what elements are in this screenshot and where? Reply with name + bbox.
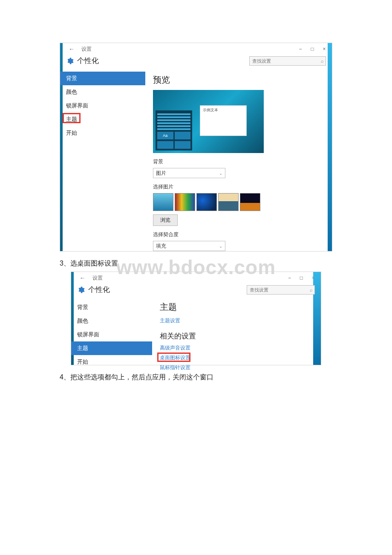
fit-dropdown[interactable]: 填充 ⌄ [153,241,225,251]
minimize-button[interactable]: − [294,44,306,54]
theme-settings-link[interactable]: 主题设置 [160,317,180,324]
window-titlebar: ← 设置 − □ × [71,272,321,284]
browse-button[interactable]: 浏览 [153,214,178,226]
page-title: 个性化 [88,285,110,295]
sidebar-item-background[interactable]: 背景 [60,72,145,85]
choose-picture-label: 选择图片 [153,183,324,191]
preview-heading: 预览 [153,74,324,86]
advanced-sound-link[interactable]: 高级声音设置 [160,344,190,352]
sidebar-item-start[interactable]: 开始 [71,355,152,369]
wallpaper-thumbnail[interactable] [175,193,195,211]
sidebar-item-themes[interactable]: 主题 [71,341,152,355]
preview-tile: Aa [157,132,173,139]
search-icon: ⌕ [310,287,313,292]
gear-icon [66,57,74,65]
chevron-down-icon: ⌄ [219,171,222,176]
sidebar: 背景 颜色 锁屏界面 主题 开始 [60,69,145,259]
sidebar: 背景 颜色 锁屏界面 主题 开始 [71,298,152,383]
search-input[interactable] [249,56,326,66]
back-button[interactable]: ← [77,274,88,282]
window-title: 设置 [81,46,92,53]
wallpaper-thumbnail[interactable] [240,193,260,211]
background-dropdown[interactable]: 图片 ⌄ [153,168,225,178]
header-row: 个性化 ⌕ [60,55,332,69]
sidebar-item-themes[interactable]: 主题 [60,113,145,126]
page-title: 个性化 [77,56,99,66]
preview-tile [157,141,173,149]
maximize-button[interactable]: □ [295,273,307,283]
wallpaper-thumbnail[interactable] [196,193,217,211]
background-label: 背景 [153,158,324,165]
wallpaper-thumbnail[interactable] [218,193,239,211]
sidebar-item-background[interactable]: 背景 [71,301,152,314]
preview-tile [175,141,191,149]
search-icon: ⌕ [321,58,324,64]
header-row: 个性化 ⌕ [71,284,321,298]
maximize-button[interactable]: □ [306,44,318,54]
settings-window-1: ← 设置 − □ × 个性化 ⌕ 背景 颜色 锁屏界面 [60,43,332,251]
preview-tile [175,132,191,139]
sidebar-item-colors[interactable]: 颜色 [60,85,145,99]
sidebar-item-lockscreen[interactable]: 锁屏界面 [71,328,152,341]
content-area: 预览 Aa 示例文本 [145,69,332,259]
gear-icon [77,286,85,294]
sidebar-item-start[interactable]: 开始 [60,126,145,140]
search-input[interactable] [247,285,315,295]
picture-thumbnails [153,193,324,211]
theme-heading: 主题 [160,301,314,313]
preview-start-menu: Aa [156,110,192,150]
sidebar-item-lockscreen[interactable]: 锁屏界面 [60,99,145,113]
preview-sample-window: 示例文本 [200,105,247,136]
window-titlebar: ← 设置 − □ × [60,43,332,55]
related-heading: 相关的设置 [160,331,314,341]
window-title: 设置 [92,275,103,282]
back-button[interactable]: ← [66,45,77,53]
settings-window-2: ← 设置 − □ × 个性化 ⌕ 背景 颜色 锁屏界面 主题 [71,272,322,365]
content-area: 主题 主题设置 相关的设置 高级声音设置 桌面图标设置 鼠标指针设置 [152,298,321,383]
desktop-preview: Aa 示例文本 [153,90,264,153]
mouse-pointer-link[interactable]: 鼠标指针设置 [160,364,190,371]
minimize-button[interactable]: − [283,273,295,283]
dropdown-value: 图片 [156,170,166,177]
fit-label: 选择契合度 [153,231,324,238]
desktop-icon-settings-link[interactable]: 桌面图标设置 [160,354,190,361]
sidebar-item-colors[interactable]: 颜色 [71,314,152,328]
sidebar-item-label: 主题 [66,116,77,122]
dropdown-value: 填充 [156,243,166,250]
wallpaper-thumbnail[interactable] [153,193,173,211]
desktop-strip [328,43,332,251]
chevron-down-icon: ⌄ [219,244,222,249]
step-3-caption: 3、选桌面图标设置 [60,259,332,268]
